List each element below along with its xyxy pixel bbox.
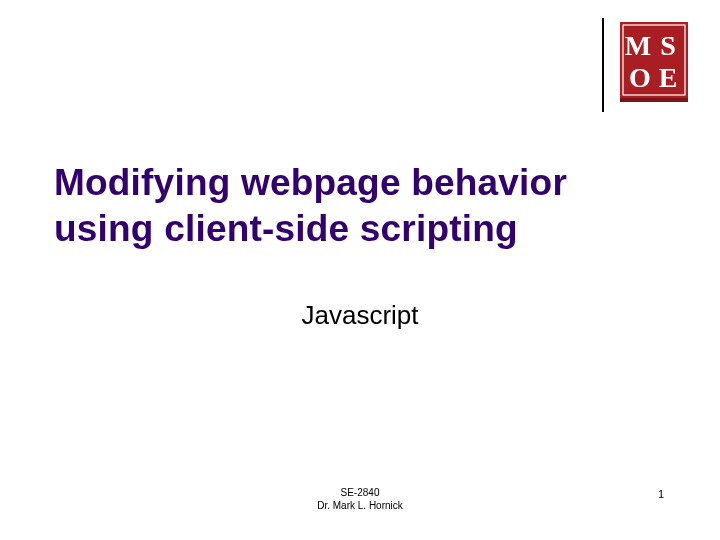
logo-letter-o: O (629, 62, 651, 93)
logo-letter-m: M (625, 30, 651, 61)
footer-course: SE-2840 (0, 486, 720, 499)
slide: M S O E Modifying webpage behavior using… (0, 0, 720, 540)
logo-letter-s: S (660, 30, 676, 61)
msoe-logo: M S O E (620, 22, 688, 102)
logo-area: M S O E (602, 18, 688, 112)
footer-instructor: Dr. Mark L. Hornick (0, 499, 720, 512)
svg-rect-2 (620, 98, 688, 102)
slide-footer: SE-2840 Dr. Mark L. Hornick (0, 486, 720, 512)
page-number: 1 (658, 488, 664, 500)
slide-subtitle: Javascript (0, 300, 720, 331)
logo-letter-e: E (659, 62, 678, 93)
slide-title: Modifying webpage behavior using client-… (54, 160, 660, 253)
logo-divider (602, 18, 604, 112)
